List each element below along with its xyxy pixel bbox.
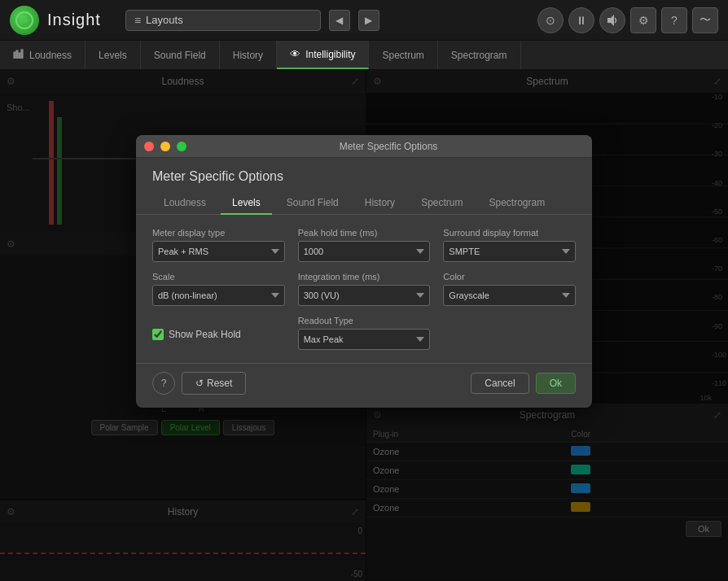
readout-type-select[interactable]: Max Peak Current Average xyxy=(298,329,431,350)
form-group-surround-format: Surround display format SMPTE ITU Film xyxy=(443,228,576,262)
modal-tab-soundfield[interactable]: Sound Field xyxy=(275,192,350,215)
form-group-meter-display: Meter display type Peak + RMS Peak RMS V… xyxy=(152,228,285,262)
modal-body: Meter Specific Options Loudness Levels S… xyxy=(136,158,592,408)
cancel-button[interactable]: Cancel xyxy=(471,373,528,394)
modal-tab-loudness[interactable]: Loudness xyxy=(152,192,217,215)
modal-tabs: Loudness Levels Sound Field History Spec… xyxy=(136,192,592,215)
form-group-peak-hold: Peak hold time (ms) 500 1000 2000 5000 xyxy=(298,228,431,262)
svg-rect-1 xyxy=(14,52,15,59)
modal-overlay: Meter Specific Options Meter Specific Op… xyxy=(0,70,728,581)
surround-format-label: Surround display format xyxy=(443,228,576,238)
peak-hold-select[interactable]: 500 1000 2000 5000 xyxy=(298,241,431,262)
help-icon-btn[interactable]: ? xyxy=(661,7,687,33)
modal-heading: Meter Specific Options xyxy=(136,158,592,192)
readout-type-label: Readout Type xyxy=(298,316,431,325)
scale-label: Scale xyxy=(152,272,285,282)
svg-rect-4 xyxy=(21,50,23,59)
tab-history[interactable]: History xyxy=(220,41,277,69)
top-bar-right: ⊙ ⏸ ⚙ ? 〜 xyxy=(537,7,718,33)
modal-tab-levels[interactable]: Levels xyxy=(221,192,272,215)
maximize-button[interactable] xyxy=(177,142,186,151)
modal-tab-spectrogram[interactable]: Spectrogram xyxy=(477,192,556,215)
color-label: Color xyxy=(443,272,576,282)
top-bar: Insight ≡ Layouts ◀ ▶ ⊙ ⏸ ⚙ ? 〜 xyxy=(0,0,728,41)
modal-tab-spectrum[interactable]: Spectrum xyxy=(410,192,474,215)
form-group-integration-time: Integration time (ms) 100 200 300 (VU) 5… xyxy=(298,272,431,306)
pause-icon-btn[interactable]: ⏸ xyxy=(568,7,594,33)
modal-title: Meter Specific Options xyxy=(193,141,584,152)
integration-time-select[interactable]: 100 200 300 (VU) 500 xyxy=(298,285,431,306)
tab-spectrum-label: Spectrum xyxy=(382,50,423,61)
layouts-bar[interactable]: ≡ Layouts xyxy=(125,10,321,31)
tab-spectrum[interactable]: Spectrum xyxy=(369,41,437,69)
monitor-icon-btn[interactable]: ⊙ xyxy=(537,7,564,33)
show-peak-hold-label: Show Peak Hold xyxy=(169,329,241,340)
color-select[interactable]: Grayscale Color Green/Red xyxy=(443,285,576,306)
help-button[interactable]: ? xyxy=(152,372,175,395)
loudness-tab-icon xyxy=(13,49,24,61)
tab-spectrogram-label: Spectrogram xyxy=(451,50,507,61)
meter-display-select[interactable]: Peak + RMS Peak RMS VU xyxy=(152,241,285,262)
settings-icon-btn[interactable]: ⚙ xyxy=(630,7,656,33)
surround-format-select[interactable]: SMPTE ITU Film xyxy=(443,241,576,262)
tab-intelligibility-label: Intelligibility xyxy=(305,49,355,60)
peak-hold-label: Peak hold time (ms) xyxy=(298,228,431,238)
tab-soundfield[interactable]: Sound Field xyxy=(141,41,220,69)
form-group-color: Color Grayscale Color Green/Red xyxy=(443,272,576,306)
next-button[interactable]: ▶ xyxy=(358,10,379,31)
reset-button[interactable]: ↺ Reset xyxy=(182,372,246,395)
modal: Meter Specific Options Meter Specific Op… xyxy=(136,135,592,408)
tab-soundfield-label: Sound Field xyxy=(154,50,206,61)
svg-rect-2 xyxy=(16,50,18,59)
menu-icon-btn[interactable]: 〜 xyxy=(692,7,718,33)
audio-icon-btn[interactable] xyxy=(599,7,625,33)
form-group-scale: Scale dB (non-linear) dB (linear) VU xyxy=(152,272,285,306)
modal-tab-history[interactable]: History xyxy=(353,192,406,215)
form-group-readout-type: Readout Type Max Peak Current Average xyxy=(298,316,431,350)
modal-footer: ? ↺ Reset Cancel Ok xyxy=(136,363,592,408)
tab-spectrogram[interactable]: Spectrogram xyxy=(438,41,521,69)
modal-titlebar: Meter Specific Options xyxy=(136,135,592,158)
tab-loudness[interactable]: Loudness xyxy=(0,41,86,69)
main-content: ⚙ Loudness ⤢ Sho... ⚙ Sound Field ⤢ xyxy=(0,70,728,581)
integration-time-label: Integration time (ms) xyxy=(298,272,431,282)
show-peak-hold-checkbox[interactable] xyxy=(152,329,164,340)
svg-rect-3 xyxy=(19,53,20,59)
tab-bar: Loudness Levels Sound Field History 👁 In… xyxy=(0,41,728,70)
layouts-icon: ≡ xyxy=(134,14,141,27)
minimize-button[interactable] xyxy=(160,142,170,151)
tab-loudness-label: Loudness xyxy=(29,50,72,61)
tab-levels-label: Levels xyxy=(99,50,127,61)
layouts-label: Layouts xyxy=(146,14,312,26)
intelligibility-tab-icon: 👁 xyxy=(290,48,300,60)
scale-select[interactable]: dB (non-linear) dB (linear) VU xyxy=(152,285,285,306)
close-button[interactable] xyxy=(144,142,154,151)
reset-icon: ↺ xyxy=(195,378,204,389)
tab-levels[interactable]: Levels xyxy=(86,41,141,69)
ok-button[interactable]: Ok xyxy=(536,373,576,394)
show-peak-hold-row: Show Peak Hold xyxy=(152,316,285,350)
prev-button[interactable]: ◀ xyxy=(329,10,350,31)
modal-footer-left: ? ↺ Reset xyxy=(152,372,246,395)
tab-intelligibility[interactable]: 👁 Intelligibility xyxy=(277,41,369,69)
tab-history-label: History xyxy=(233,50,263,61)
app-logo xyxy=(10,6,39,35)
app-title: Insight xyxy=(47,11,101,29)
meter-display-label: Meter display type xyxy=(152,228,285,238)
modal-form: Meter display type Peak + RMS Peak RMS V… xyxy=(136,215,592,363)
reset-label: Reset xyxy=(207,378,232,389)
